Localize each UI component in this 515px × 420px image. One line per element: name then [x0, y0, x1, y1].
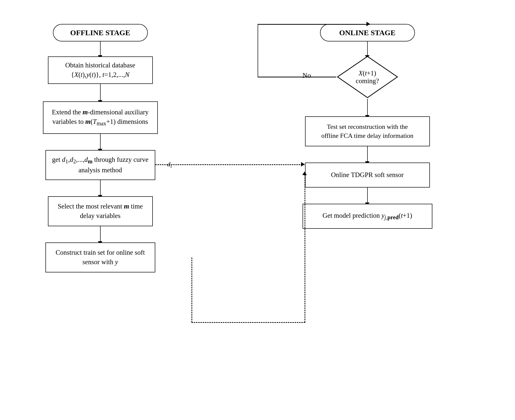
diamond-container: X(t+1)coming? — [336, 55, 399, 99]
arrow-rightbox1-to-rightbox2 — [367, 146, 368, 163]
arrow-no-to-top — [258, 24, 370, 25]
box-historical-database-text: Obtain historical database {X(t),y(t)}, … — [65, 61, 135, 80]
arrow-box1-to-box2 — [100, 84, 101, 101]
arrow-online-to-diamond — [367, 41, 368, 56]
arrow-rightbox2-to-rightbox3 — [367, 188, 368, 204]
box-construct-train: Construct train set for online soft sens… — [45, 242, 155, 272]
box-model-prediction-text: Get model prediction yj,pred(t+1) — [323, 211, 412, 221]
box-select-relevant-text: Select the most relevant m time delay va… — [58, 202, 143, 221]
arrow-box3-to-box4 — [100, 180, 101, 196]
online-stage-label: ONLINE STAGE — [339, 27, 395, 38]
arrow-box2-to-box3 — [100, 134, 101, 150]
box-construct-train-text: Construct train set for online soft sens… — [56, 248, 145, 267]
online-stage-box: ONLINE STAGE — [320, 24, 415, 41]
arrow-box4-to-box5 — [100, 226, 101, 242]
dashed-arrow-box3-to-rightbox1 — [155, 164, 305, 165]
box-fuzzy-curve-text: get d1,d2,...,dm through fuzzy curve ana… — [52, 155, 148, 175]
arrow-no-horizontal — [258, 77, 336, 77]
arrow-offline-to-box1 — [100, 41, 101, 56]
arrowhead-no-to-top — [366, 22, 370, 26]
flowchart-diagram: OFFLINE STAGE Obtain historical database… — [33, 16, 482, 404]
box-extend-dimensions: Extend the m-dimensional auxiliary varia… — [43, 101, 158, 134]
dashed-arrow-box5-h — [191, 322, 305, 323]
box-online-tdgpr: Online TDGPR soft sensor — [305, 163, 430, 188]
box-fuzzy-curve: get d1,d2,...,dm through fuzzy curve ana… — [45, 150, 155, 180]
arrowhead-dashed-box3-to-rightbox1 — [301, 162, 305, 167]
box-test-reconstruction: Test set reconstruction with the offline… — [305, 116, 430, 146]
arrowhead-dashed-box5-to-rightbox2 — [302, 172, 307, 175]
arrow-no-vertical — [258, 24, 258, 77]
box-select-relevant: Select the most relevant m time delay va… — [48, 196, 153, 226]
diamond-text: X(t+1)coming? — [356, 69, 379, 85]
no-label: No — [303, 71, 311, 79]
dashed-arrow-box5-v2 — [305, 175, 305, 322]
box-extend-dimensions-text: Extend the m-dimensional auxiliary varia… — [52, 108, 149, 128]
dashed-arrow-box5-v — [191, 257, 192, 322]
box-online-tdgpr-text: Online TDGPR soft sensor — [331, 170, 404, 180]
box-model-prediction: Get model prediction yj,pred(t+1) — [303, 204, 432, 229]
arrow-diamond-to-rightbox1 — [367, 99, 368, 116]
offline-stage-box: OFFLINE STAGE — [53, 24, 148, 41]
offline-stage-label: OFFLINE STAGE — [70, 27, 130, 38]
box-historical-database: Obtain historical database {X(t),y(t)}, … — [48, 56, 153, 84]
box-test-reconstruction-text: Test set reconstruction with the offline… — [321, 122, 413, 141]
